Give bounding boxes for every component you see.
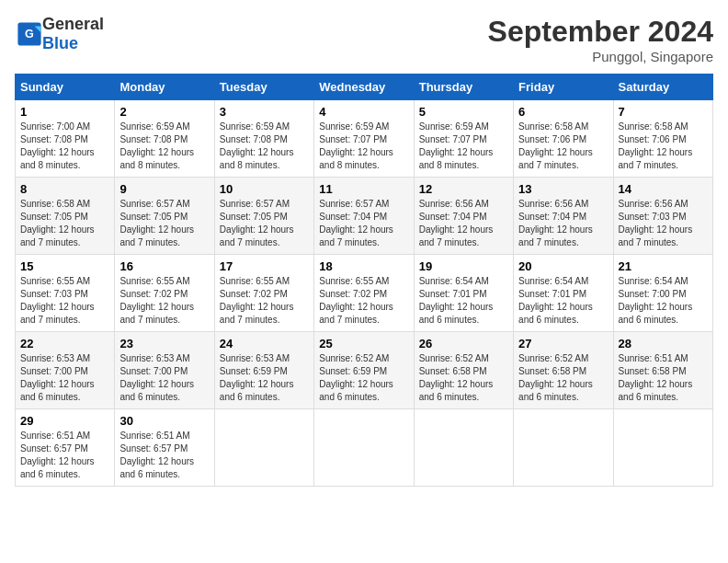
calendar-cell: 3Sunrise: 6:59 AMSunset: 7:08 PMDaylight…	[214, 100, 313, 178]
calendar-cell: 28Sunrise: 6:51 AMSunset: 6:58 PMDayligh…	[613, 332, 712, 409]
day-info: Sunrise: 6:53 AMSunset: 7:00 PMDaylight:…	[20, 353, 95, 402]
day-info: Sunrise: 6:54 AMSunset: 7:01 PMDaylight:…	[518, 276, 593, 325]
calendar-week-4: 22Sunrise: 6:53 AMSunset: 7:00 PMDayligh…	[16, 332, 713, 409]
day-number: 14	[619, 182, 708, 196]
day-number: 16	[119, 259, 209, 273]
header: G General Blue September 2024 Punggol, S…	[15, 15, 713, 64]
day-info: Sunrise: 6:56 AMSunset: 7:04 PMDaylight:…	[518, 199, 593, 247]
calendar-week-5: 29Sunrise: 6:51 AMSunset: 6:57 PMDayligh…	[16, 409, 713, 487]
day-number: 10	[220, 182, 309, 196]
day-number: 6	[518, 105, 608, 119]
day-info: Sunrise: 6:53 AMSunset: 6:59 PMDaylight:…	[220, 353, 294, 402]
day-number: 24	[220, 337, 309, 350]
day-info: Sunrise: 6:59 AMSunset: 7:07 PMDaylight:…	[319, 121, 393, 170]
day-number: 12	[419, 182, 508, 196]
day-number: 18	[319, 259, 408, 273]
calendar-cell: 24Sunrise: 6:53 AMSunset: 6:59 PMDayligh…	[214, 332, 313, 409]
day-info: Sunrise: 6:53 AMSunset: 7:00 PMDaylight:…	[119, 353, 194, 402]
day-number: 3	[220, 105, 309, 119]
day-number: 29	[20, 414, 109, 428]
day-info: Sunrise: 6:51 AMSunset: 6:58 PMDaylight:…	[619, 353, 693, 402]
day-info: Sunrise: 6:52 AMSunset: 6:58 PMDaylight:…	[518, 353, 593, 402]
day-number: 9	[119, 182, 209, 196]
calendar-cell: 22Sunrise: 6:53 AMSunset: 7:00 PMDayligh…	[16, 332, 115, 409]
day-info: Sunrise: 6:57 AMSunset: 7:05 PMDaylight:…	[220, 199, 294, 247]
day-info: Sunrise: 6:56 AMSunset: 7:04 PMDaylight:…	[419, 199, 494, 247]
calendar-cell: 29Sunrise: 6:51 AMSunset: 6:57 PMDayligh…	[16, 409, 115, 487]
day-number: 11	[319, 182, 408, 196]
calendar-cell	[613, 409, 712, 487]
calendar-cell: 23Sunrise: 6:53 AMSunset: 7:00 PMDayligh…	[115, 332, 214, 409]
day-info: Sunrise: 6:52 AMSunset: 6:58 PMDaylight:…	[419, 353, 494, 402]
day-info: Sunrise: 6:57 AMSunset: 7:04 PMDaylight:…	[319, 199, 393, 247]
day-number: 8	[20, 182, 109, 196]
day-number: 1	[20, 105, 109, 119]
calendar-cell: 12Sunrise: 6:56 AMSunset: 7:04 PMDayligh…	[414, 178, 513, 255]
calendar-cell: 5Sunrise: 6:59 AMSunset: 7:07 PMDaylight…	[414, 100, 513, 178]
day-info: Sunrise: 6:59 AMSunset: 7:07 PMDaylight:…	[419, 121, 494, 170]
day-number: 20	[518, 259, 608, 273]
calendar-week-1: 1Sunrise: 7:00 AMSunset: 7:08 PMDaylight…	[16, 100, 713, 178]
day-info: Sunrise: 6:57 AMSunset: 7:05 PMDaylight:…	[119, 199, 194, 247]
day-number: 5	[419, 105, 508, 119]
logo-general: General	[42, 15, 104, 33]
title-area: September 2024 Punggol, Singapore	[488, 15, 713, 64]
logo-blue: Blue	[42, 34, 78, 52]
day-info: Sunrise: 6:55 AMSunset: 7:02 PMDaylight:…	[319, 276, 393, 325]
calendar-table: SundayMondayTuesdayWednesdayThursdayFrid…	[15, 74, 713, 487]
day-info: Sunrise: 6:54 AMSunset: 7:01 PMDaylight:…	[419, 276, 494, 325]
day-number: 22	[20, 337, 109, 350]
day-info: Sunrise: 6:55 AMSunset: 7:02 PMDaylight:…	[119, 276, 194, 325]
calendar-cell: 26Sunrise: 6:52 AMSunset: 6:58 PMDayligh…	[414, 332, 513, 409]
calendar-cell: 2Sunrise: 6:59 AMSunset: 7:08 PMDaylight…	[115, 100, 214, 178]
day-number: 28	[619, 337, 708, 350]
calendar-cell: 30Sunrise: 6:51 AMSunset: 6:57 PMDayligh…	[115, 409, 214, 487]
logo-text: General Blue	[42, 15, 104, 53]
calendar-cell: 21Sunrise: 6:54 AMSunset: 7:00 PMDayligh…	[613, 255, 712, 332]
day-info: Sunrise: 6:59 AMSunset: 7:08 PMDaylight:…	[119, 121, 194, 170]
day-number: 21	[619, 259, 708, 273]
calendar-cell	[214, 409, 313, 487]
logo-icon: G	[17, 21, 42, 47]
calendar-cell: 8Sunrise: 6:58 AMSunset: 7:05 PMDaylight…	[16, 178, 115, 255]
calendar-cell: 18Sunrise: 6:55 AMSunset: 7:02 PMDayligh…	[314, 255, 414, 332]
logo: G General Blue	[15, 15, 104, 53]
day-number: 26	[419, 337, 508, 350]
calendar-cell: 13Sunrise: 6:56 AMSunset: 7:04 PMDayligh…	[514, 178, 613, 255]
header-cell-thursday: Thursday	[414, 75, 513, 100]
svg-text:G: G	[25, 28, 34, 40]
calendar-cell: 6Sunrise: 6:58 AMSunset: 7:06 PMDaylight…	[514, 100, 613, 178]
day-info: Sunrise: 6:54 AMSunset: 7:00 PMDaylight:…	[619, 276, 693, 325]
header-cell-friday: Friday	[514, 75, 613, 100]
day-info: Sunrise: 6:55 AMSunset: 7:02 PMDaylight:…	[220, 276, 294, 325]
day-number: 27	[518, 337, 608, 350]
day-info: Sunrise: 6:51 AMSunset: 6:57 PMDaylight:…	[20, 431, 95, 479]
day-info: Sunrise: 6:56 AMSunset: 7:03 PMDaylight:…	[619, 199, 693, 247]
day-number: 25	[319, 337, 408, 350]
calendar-header: SundayMondayTuesdayWednesdayThursdayFrid…	[16, 75, 713, 100]
header-cell-saturday: Saturday	[613, 75, 712, 100]
day-number: 23	[119, 337, 209, 350]
calendar-cell: 15Sunrise: 6:55 AMSunset: 7:03 PMDayligh…	[16, 255, 115, 332]
day-info: Sunrise: 7:00 AMSunset: 7:08 PMDaylight:…	[20, 121, 95, 170]
day-number: 15	[20, 259, 109, 273]
calendar-cell: 16Sunrise: 6:55 AMSunset: 7:02 PMDayligh…	[115, 255, 214, 332]
day-number: 13	[518, 182, 608, 196]
day-info: Sunrise: 6:58 AMSunset: 7:06 PMDaylight:…	[619, 121, 693, 170]
day-number: 17	[220, 259, 309, 273]
calendar-cell	[414, 409, 513, 487]
calendar-cell	[314, 409, 414, 487]
calendar-cell: 7Sunrise: 6:58 AMSunset: 7:06 PMDaylight…	[613, 100, 712, 178]
calendar-week-2: 8Sunrise: 6:58 AMSunset: 7:05 PMDaylight…	[16, 178, 713, 255]
calendar-cell: 19Sunrise: 6:54 AMSunset: 7:01 PMDayligh…	[414, 255, 513, 332]
day-info: Sunrise: 6:52 AMSunset: 6:59 PMDaylight:…	[319, 353, 393, 402]
header-cell-tuesday: Tuesday	[214, 75, 313, 100]
day-number: 30	[119, 414, 209, 428]
calendar-cell: 4Sunrise: 6:59 AMSunset: 7:07 PMDaylight…	[314, 100, 414, 178]
day-number: 7	[619, 105, 708, 119]
location-title: Punggol, Singapore	[488, 49, 713, 64]
header-cell-sunday: Sunday	[16, 75, 115, 100]
day-info: Sunrise: 6:51 AMSunset: 6:57 PMDaylight:…	[119, 431, 194, 479]
header-row: SundayMondayTuesdayWednesdayThursdayFrid…	[16, 75, 713, 100]
calendar-cell: 20Sunrise: 6:54 AMSunset: 7:01 PMDayligh…	[514, 255, 613, 332]
